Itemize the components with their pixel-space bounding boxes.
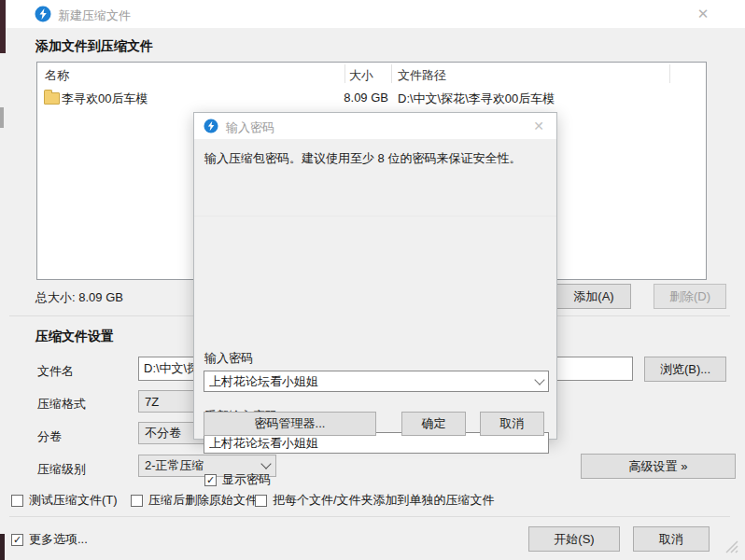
bandizip-app-icon — [35, 6, 51, 22]
bandizip-app-icon — [204, 119, 218, 133]
window-title: 新建压缩文件 — [58, 7, 131, 24]
file-row-size[interactable]: 8.09 GB — [317, 91, 388, 105]
chevron-down-icon — [534, 374, 544, 385]
checkbox-label: 把每个文件/文件夹添加到单独的压缩文件 — [273, 492, 495, 509]
confirm-password-input[interactable] — [209, 436, 543, 450]
filename-label: 文件名 — [37, 363, 74, 380]
format-value: 7Z — [145, 395, 159, 409]
checkbox-box: ✓ — [11, 534, 23, 546]
background-window-edge — [0, 107, 4, 128]
password-label: 输入密码 — [204, 350, 253, 367]
file-row-path[interactable]: D:\中文\探花\李寻欢00后车模 — [398, 91, 555, 107]
format-label: 压缩格式 — [37, 396, 86, 413]
dialog-cancel-button[interactable]: 取消 — [480, 412, 544, 436]
main-titlebar[interactable]: 新建压缩文件 ✕ — [0, 0, 745, 28]
checkbox-box — [11, 495, 23, 507]
password-manager-button[interactable]: 密码管理器... — [204, 412, 376, 436]
more-options-checkbox[interactable]: ✓ 更多选项... — [11, 531, 88, 548]
column-header-name[interactable]: 名称 — [45, 67, 69, 84]
column-separator[interactable] — [344, 64, 345, 83]
password-dialog: 输入密码 ✕ 输入压缩包密码。建议使用至少 8 位的密码来保证安全性。 输入密码… — [193, 112, 557, 440]
add-button[interactable]: 添加(A) — [556, 284, 631, 309]
password-dialog-titlebar[interactable]: 输入密码 ✕ — [194, 113, 556, 139]
add-files-section-title: 添加文件到压缩文件 — [35, 38, 153, 55]
close-icon[interactable]: ✕ — [684, 2, 722, 26]
volume-label: 分卷 — [37, 428, 62, 445]
column-header-size[interactable]: 大小 — [349, 67, 373, 84]
checkbox-label: 更多选项... — [29, 531, 88, 548]
resize-grip[interactable] — [721, 536, 739, 554]
password-combobox[interactable] — [204, 371, 549, 392]
volume-value: 不分卷 — [145, 425, 181, 441]
checkbox-label: 显示密码 — [222, 471, 271, 488]
file-row-name[interactable]: 李寻欢00后车模 — [62, 91, 148, 107]
ok-button[interactable]: 确定 — [401, 412, 466, 436]
total-size-label: 总大小: 8.09 GB — [35, 289, 123, 306]
checkbox-label: 压缩后删除原始文件 — [148, 492, 258, 509]
password-dialog-title: 输入密码 — [226, 119, 274, 136]
checkbox-box — [255, 495, 267, 507]
check-icon: ✓ — [206, 475, 215, 485]
delete-button: 删除(D) — [654, 284, 726, 309]
cancel-button[interactable]: 取消 — [633, 526, 710, 552]
folder-icon — [44, 92, 60, 105]
level-label: 压缩级别 — [37, 461, 86, 478]
column-header-path[interactable]: 文件路径 — [398, 67, 446, 84]
test-archive-checkbox[interactable]: 测试压缩文件(T) — [11, 492, 118, 509]
separate-archives-checkbox[interactable]: 把每个文件/文件夹添加到单独的压缩文件 — [255, 492, 495, 509]
dialog-separator — [194, 216, 556, 217]
column-separator[interactable] — [669, 64, 670, 83]
settings-section-title: 压缩文件设置 — [35, 329, 114, 345]
check-icon: ✓ — [13, 535, 21, 545]
close-icon[interactable]: ✕ — [523, 115, 555, 137]
level-value: 2-正常压缩 — [145, 457, 204, 474]
start-button[interactable]: 开始(S) — [528, 526, 620, 552]
delete-original-checkbox[interactable]: 压缩后删除原始文件 — [131, 492, 258, 509]
show-password-checkbox[interactable]: ✓ 显示密码 — [204, 471, 271, 488]
column-separator[interactable] — [391, 64, 392, 83]
browse-button[interactable]: 浏览(B)... — [644, 357, 726, 382]
chevron-down-icon — [260, 458, 271, 469]
checkbox-label: 测试压缩文件(T) — [29, 492, 118, 509]
footer-divider — [9, 516, 730, 517]
background-window-edge — [0, 534, 5, 560]
checkbox-box: ✓ — [204, 474, 217, 486]
checkbox-box — [131, 495, 143, 507]
password-input[interactable] — [209, 374, 536, 388]
screen: 新建压缩文件 ✕ 添加文件到压缩文件 名称 大小 文件路径 李寻欢00后车模 8… — [0, 0, 745, 560]
background-window-edge — [0, 0, 6, 53]
advanced-settings-button[interactable]: 高级设置 » — [581, 454, 736, 479]
password-description: 输入压缩包密码。建议使用至少 8 位的密码来保证安全性。 — [204, 150, 548, 167]
